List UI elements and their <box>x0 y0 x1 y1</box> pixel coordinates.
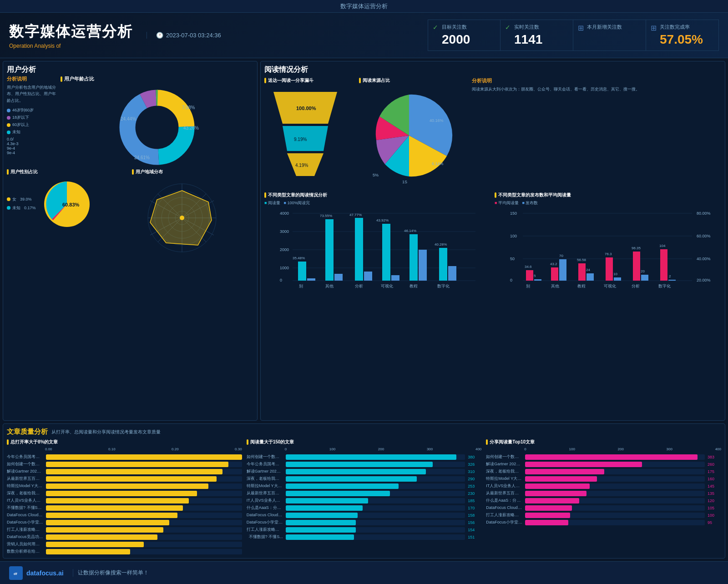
svg-point-24 <box>180 216 184 220</box>
footer-logo-text: datafocus.ai <box>26 569 64 577</box>
bar-fill <box>46 505 183 511</box>
svg-text:24: 24 <box>586 268 590 272</box>
share-reading-bars: 如何创建一个数据驱... 383 解读Gartner 2020数... 260 … <box>486 454 721 525</box>
bar-row-14: 数数分析师在给制图... <box>7 549 242 554</box>
bar-row-8: 不懂数据? 不懂SQ... <box>7 505 242 511</box>
legend-46-60: 46岁到60岁 <box>7 107 57 113</box>
bar-row: 今年公务员国考竞争... 326 <box>247 461 482 467</box>
article-quality-title: 文章质量分析 <box>7 428 48 436</box>
bar-row: 如何创建一个数据驱... 380 <box>247 454 482 460</box>
bar-fill <box>46 454 242 460</box>
legend-60+: 60岁以上 <box>7 122 57 128</box>
share-reading-chart: 分享阅读量Top10文章 0100200300400 如何创建一个数据驱... … <box>486 439 721 554</box>
stats-row: ✓ 目标关注数 2000 ✓ 实时关注数 1141 ⊞ 本月新增关注数 ⊞ 关注… <box>428 20 719 51</box>
open-rate-title: 总打开率大于8%的文章 <box>7 439 242 445</box>
bar-track <box>46 549 242 554</box>
svg-text:分析: 分析 <box>355 284 363 288</box>
bar-row-3: 解读Gartner 2020数... <box>7 468 242 474</box>
bar-row: 什么是AaaS：分析即服... 120 <box>486 498 721 503</box>
bar-row: DataFocus Cloud今... 158 <box>247 512 482 518</box>
dot-yellow <box>7 123 10 127</box>
svg-text:100: 100 <box>510 234 517 238</box>
age-donut-svg: 7.08% 43.26% 24.44% 24.61% <box>111 84 202 166</box>
female-pct: 39.0% <box>20 197 32 201</box>
bar-label: 深夜，老板给我发了... <box>7 490 43 496</box>
type-publish-title: 不同类型文章的发布数和平均阅读量 <box>495 192 721 198</box>
reading-gt150-chart: 阅读量大于150的文章 0100200300400 如何创建一个数据驱... 3… <box>247 439 482 554</box>
legend-female: 女 39.0% <box>7 196 36 202</box>
svg-text:其他: 其他 <box>551 284 559 288</box>
svg-rect-46 <box>307 278 315 281</box>
svg-rect-53 <box>355 218 363 281</box>
reading-note: 分析说明 阅读来源从大到小依次为：朋友圈、公众号、聊天会话、看一看、历史消息、其… <box>472 77 721 92</box>
svg-rect-50 <box>334 274 343 281</box>
bar-track <box>46 498 242 503</box>
bar-row: 不懂数据? 不懂S... 151 <box>247 534 482 540</box>
svg-rect-82 <box>534 279 541 281</box>
bar-row: 特斯拉Model Y大降... 253 <box>247 483 482 489</box>
legend-18-: 18岁以下 <box>7 115 57 121</box>
svg-text:40.28%: 40.28% <box>435 242 447 247</box>
bar-label: DataFocus Cloud今日... <box>7 512 43 518</box>
svg-rect-87 <box>559 259 566 281</box>
df-logo-svg: df <box>11 569 20 578</box>
gender-region-row: 用户性别占比 女 39.0% 未知 0.17 <box>7 169 253 261</box>
svg-rect-81 <box>526 270 533 281</box>
bar-fill <box>46 476 217 482</box>
top-row: 用户分析 分析说明 用户分析包含用户的地域分布、用户性别占比、用户年龄占比。 4… <box>3 61 725 421</box>
page-title: 数字媒体运营分析 <box>340 2 388 10</box>
bar-row: 特斯拉Model Y大降价... 160 <box>486 476 721 482</box>
svg-text:104: 104 <box>659 244 666 248</box>
reading-bottom-row: 不同类型文章的阅读情况分析 ■ 阅读量 ■ 100%阅读完 4000 3000 … <box>264 192 721 292</box>
header: 数字媒体运营分析 Operation Analysis of 🕐 2023-07… <box>0 13 728 58</box>
open-rate-x-axis: 0.000.100.200.30 <box>7 447 242 451</box>
type-read-chart: 不同类型文章的阅读情况分析 ■ 阅读量 ■ 100%阅读完 4000 3000 … <box>264 192 491 292</box>
svg-text:7.08%: 7.08% <box>182 105 195 110</box>
check-icon-1: ✓ <box>433 24 438 31</box>
svg-text:df: df <box>14 572 17 576</box>
svg-text:0: 0 <box>510 278 512 282</box>
analysis-note-content: 用户分析包含用户的地域分布、用户性别占比、用户年龄占比。 <box>7 84 57 104</box>
stat-completion-label: 关注数完成率 <box>660 24 709 30</box>
source-title: 阅读来源占比 <box>359 77 468 84</box>
type-publish-svg: 150 100 50 0 80.00% 60.00% 40.00% 20.00% <box>495 208 721 290</box>
svg-text:可视化: 可视化 <box>604 284 616 288</box>
svg-rect-96 <box>606 257 613 281</box>
bar-label: 今年公务员国考竞争... <box>7 454 43 460</box>
age-chart-row: 分析说明 用户分析包含用户的地域分布、用户性别占比、用户年龄占比。 46岁到60… <box>7 76 253 166</box>
svg-text:可视化: 可视化 <box>381 284 393 288</box>
svg-text:24.61%: 24.61% <box>134 155 150 160</box>
gender-legend: 女 39.0% 未知 0.17% <box>7 196 36 212</box>
analysis-note-title: 分析说明 <box>7 76 57 82</box>
article-quality-panel: 文章质量分析 从打开率、总阅读量和分享阅读情况考量发布文章质量 总打开率大于8%… <box>3 423 725 559</box>
region-radar-svg: .radar-grid { fill: none; stroke: #1a3a5… <box>132 177 232 259</box>
svg-text:47.77%: 47.77% <box>349 213 362 217</box>
stat-realtime-label: 实时关注数 <box>514 24 564 30</box>
bar-track <box>46 520 242 525</box>
bar-track <box>46 527 242 533</box>
svg-text:数字化: 数字化 <box>437 284 450 288</box>
svg-text:46.14%: 46.14% <box>404 229 416 233</box>
open-rate-bars: 今年公务员国考竞争... 如何创建一个数据驱... 解读Gartner 2020… <box>7 454 242 554</box>
bar-label: 不懂数据? 不懂SQ... <box>7 505 43 511</box>
bar-row: 打工人涨薪攻略：年... 154 <box>247 527 482 533</box>
svg-rect-86 <box>551 267 558 281</box>
bar-row-6: 深夜，老板给我发了... <box>7 490 242 496</box>
bar-label: 特斯拉Model Y大降价... <box>7 483 43 489</box>
stat-target-label: 目标关注数 <box>442 24 491 30</box>
svg-text:56.58: 56.58 <box>577 258 586 262</box>
svg-text:3000: 3000 <box>280 229 289 234</box>
check-icon-2: ✓ <box>505 24 511 31</box>
legend-unknown: 未知 <box>7 129 57 135</box>
svg-rect-58 <box>391 275 399 281</box>
svg-text:24.44%: 24.44% <box>121 116 136 121</box>
user-analysis-note: 分析说明 用户分析包含用户的地域分布、用户性别占比、用户年龄占比。 46岁到60… <box>7 76 57 166</box>
footer: df datafocus.ai 让数据分析像搜索一样简单！ <box>0 561 728 584</box>
user-analysis-panel: 用户分析 分析说明 用户分析包含用户的地域分布、用户性别占比、用户年龄占比。 4… <box>3 61 258 421</box>
main-content: 用户分析 分析说明 用户分析包含用户的地域分布、用户性别占比、用户年龄占比。 4… <box>0 58 728 561</box>
svg-rect-92 <box>586 273 594 281</box>
bar-row: IT人员VS业务人员用... 145 <box>486 483 721 489</box>
svg-text:70: 70 <box>559 254 563 258</box>
stat-realtime: ✓ 实时关注数 1141 <box>500 20 573 51</box>
legend-unknown-label: 未知 <box>12 129 20 135</box>
